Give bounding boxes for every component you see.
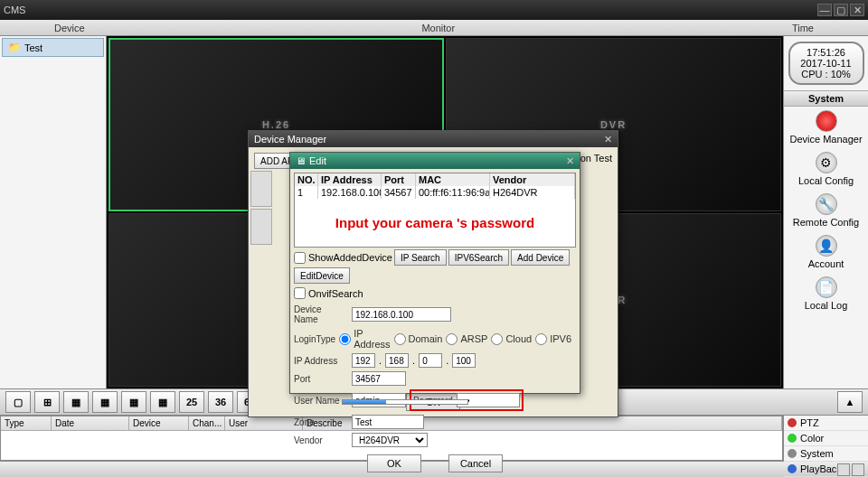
edit-device-button[interactable]: EditDevice [294, 267, 350, 284]
connection-test-label: on Test [580, 153, 612, 169]
device-tree-pane: 📁 Test [0, 36, 107, 388]
ip-octet-1[interactable] [352, 353, 375, 368]
clock-box: 17:51:26 2017-10-11 CPU : 10% [788, 42, 864, 85]
layout-9-button[interactable]: ▦ [121, 391, 146, 413]
tree-root[interactable]: 📁 Test [2, 38, 104, 57]
gear-icon: ⚙ [816, 152, 837, 173]
status-btn-1[interactable] [837, 463, 850, 476]
device-name-input[interactable] [352, 307, 451, 322]
cpu-usage: CPU : 10% [794, 69, 859, 80]
edit-ok-button[interactable]: OK [367, 454, 421, 472]
maximize-button[interactable]: ▢ [834, 4, 848, 16]
device-search-table: NO. IP Address Port MAC Vendor 1 192.168… [294, 173, 576, 248]
edit-dialog-title: Edit [309, 155, 326, 166]
main-area: 📁 Test H.26 DVR H.26 DVR 17:51:26 2017-1… [0, 36, 868, 388]
device-manager-titlebar[interactable]: Device Manager ✕ [249, 131, 618, 147]
local-config-button[interactable]: ⚙Local Config [788, 152, 864, 186]
ip-address-label: IP Address [294, 356, 348, 366]
port-label: Port [294, 374, 348, 384]
vendor-select[interactable]: H264DVR [352, 433, 428, 447]
ip-octet-4[interactable] [452, 353, 476, 368]
col-no: NO. [295, 173, 318, 186]
layout-6-button[interactable]: ▦ [63, 391, 89, 413]
layout-4-button[interactable]: ⊞ [34, 391, 60, 413]
devmgr-side-tabs [250, 171, 272, 247]
menu-monitor[interactable]: Monitor [139, 23, 738, 33]
right-sidebar: 17:51:26 2017-10-11 CPU : 10% System Dev… [783, 36, 868, 388]
app-title: CMS [4, 5, 25, 15]
log-col-date: Date [52, 416, 129, 430]
show-added-checkbox[interactable]: ShowAddedDevice [294, 249, 392, 266]
account-button[interactable]: 👤Account [788, 235, 864, 269]
device-name-label: Device Name [294, 304, 348, 324]
menu-time[interactable]: Time [738, 23, 868, 33]
status-btn-2[interactable] [852, 463, 864, 476]
volume-slider[interactable] [342, 399, 468, 405]
onvif-search-checkbox[interactable]: OnvifSearch [294, 287, 363, 299]
ip-octet-3[interactable] [419, 353, 442, 368]
zone-input[interactable] [352, 415, 424, 429]
col-vendor: Vendor [490, 173, 575, 186]
col-mac: MAC [416, 173, 490, 186]
menubar: Device Monitor Time [0, 20, 868, 36]
minimize-button[interactable]: — [817, 4, 832, 16]
layout-1-button[interactable]: ▢ [5, 391, 31, 413]
record-icon [816, 110, 837, 132]
device-manager-close-icon[interactable]: ✕ [604, 134, 612, 145]
add-device-button[interactable]: Add Device [511, 249, 570, 266]
username-label: User Name [294, 396, 348, 406]
layout-36-button[interactable]: 36 [208, 391, 233, 413]
layout-16-button[interactable]: ▦ [150, 391, 175, 413]
ipv6-search-button[interactable]: IPV6Search [448, 249, 509, 266]
zone-label: Zone [294, 417, 348, 427]
login-arsp-radio[interactable]: ARSP [446, 333, 487, 345]
system-header: System [784, 90, 868, 107]
zone-tab-2[interactable] [250, 209, 272, 245]
login-cloud-radio[interactable]: Cloud [491, 333, 532, 345]
ptz-icon [788, 418, 797, 427]
table-row[interactable]: 1 192.168.0.100 34567 00:ff:f6:11:96:9a … [295, 186, 575, 199]
layout-25-button[interactable]: 25 [179, 391, 204, 413]
color-icon [788, 434, 797, 443]
password-banner: Input your camera 's password [295, 199, 575, 247]
user-icon: 👤 [816, 235, 837, 257]
login-type-label: LoginType [294, 334, 335, 344]
login-ip-radio[interactable]: IP Address [339, 328, 390, 350]
collapse-up-button[interactable]: ▲ [837, 391, 863, 413]
edit-cancel-button[interactable]: Cancel [448, 454, 503, 472]
device-manager-title: Device Manager [254, 134, 326, 145]
port-input[interactable] [352, 371, 406, 386]
log-col-user: User [225, 416, 303, 430]
system-icon [788, 449, 797, 458]
edit-dialog-close-icon[interactable]: ✕ [566, 155, 574, 167]
ptz-button[interactable]: PTZ [784, 416, 868, 431]
playback-icon [788, 464, 797, 473]
ip-octet-2[interactable] [385, 353, 409, 368]
log-col-device: Device [129, 416, 189, 430]
local-log-button[interactable]: 📄Local Log [788, 276, 864, 311]
menu-device[interactable]: Device [0, 23, 139, 33]
log-icon: 📄 [816, 276, 837, 298]
log-col-channel: Chan... [189, 416, 225, 430]
folder-icon: 📁 [8, 42, 21, 53]
close-button[interactable]: ✕ [850, 4, 864, 16]
side-button-list: PTZ Color System PlayBack Advance LogOut [783, 416, 868, 461]
vendor-label: Vendor [294, 435, 348, 445]
titlebar: CMS — ▢ ✕ [0, 0, 868, 20]
device-icon: 🖥 [296, 155, 306, 166]
layout-8-button[interactable]: ▦ [92, 391, 118, 413]
device-manager-button[interactable]: Device Manager [788, 110, 864, 145]
edit-device-dialog: 🖥 Edit ✕ NO. IP Address Port MAC Vendor … [289, 152, 580, 394]
clock-time: 17:51:26 [794, 47, 859, 58]
login-domain-radio[interactable]: Domain [394, 333, 443, 345]
login-ipv6-radio[interactable]: IPV6 [535, 333, 576, 345]
zone-tab[interactable] [250, 171, 272, 207]
tree-root-label: Test [24, 42, 42, 53]
wrench-icon: 🔧 [816, 193, 837, 215]
edit-dialog-titlebar[interactable]: 🖥 Edit ✕ [290, 153, 580, 169]
col-ip: IP Address [318, 173, 382, 186]
color-button[interactable]: Color [784, 431, 868, 446]
system-button[interactable]: System [784, 446, 868, 462]
ip-search-button[interactable]: IP Search [394, 249, 447, 266]
remote-config-button[interactable]: 🔧Remote Config [788, 193, 864, 228]
